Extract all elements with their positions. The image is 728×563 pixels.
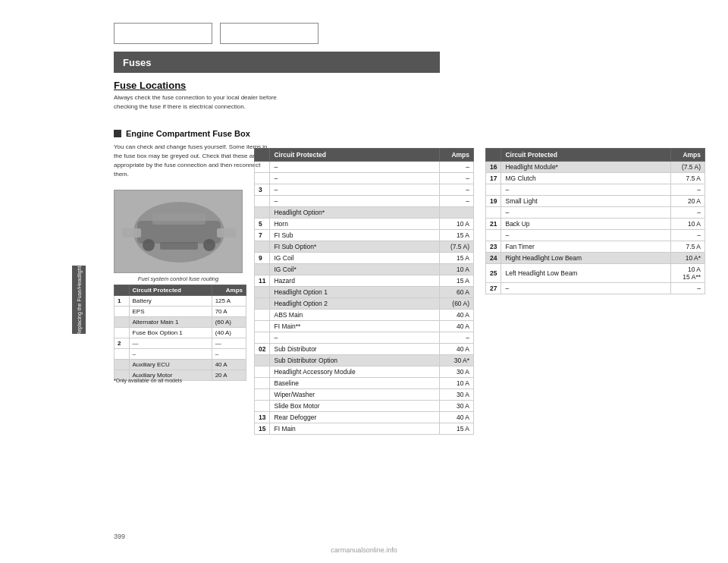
circuit-name: IG Coil*: [270, 264, 440, 275]
table-row: Fuse Box Option 1 (40 A): [115, 328, 246, 338]
fuses-header: Fuses: [114, 52, 440, 73]
circuit-name: Fuse Box Option 1: [129, 328, 212, 338]
table-row: – –: [486, 184, 705, 196]
amps-value: 30 A*: [440, 355, 474, 366]
table-row: – –: [486, 207, 705, 219]
engine-caption: Fuel system control fuse routing: [114, 275, 243, 282]
circuit-name: Right Headlight Low Beam: [501, 253, 671, 264]
row-number: 25: [486, 264, 501, 283]
amps-value: 7.5 A: [671, 173, 705, 184]
circuit-name: Sub Distributor Option: [270, 355, 440, 366]
table-row: 24 Right Headlight Low Beam 10 A*: [486, 253, 705, 264]
circuit-name: —: [129, 338, 212, 349]
row-number: 1: [115, 296, 130, 307]
amps-value: –: [440, 196, 474, 207]
table-row: 9 IG Coil 15 A: [255, 253, 474, 264]
svg-point-5: [143, 239, 155, 251]
row-number: [486, 207, 501, 219]
row-number: [115, 360, 130, 370]
row-number: 27: [486, 283, 501, 294]
row-number: 2: [115, 338, 130, 349]
right-table-header-num: [486, 149, 501, 162]
tab-2[interactable]: [220, 23, 318, 44]
row-number: [255, 241, 270, 253]
circuit-name: Headlight Option 2: [270, 298, 440, 310]
table-row: 11 Hazard 15 A: [255, 275, 474, 287]
table-row: FI Sub Option* (7.5 A): [255, 241, 474, 253]
page-container: Fuses Fuse Locations Always check the fu…: [0, 0, 728, 563]
fuse-locations-heading: Fuse Locations: [114, 80, 186, 91]
row-number: [255, 264, 270, 275]
table-row: 2 — —: [115, 338, 246, 349]
row-number: 17: [486, 173, 501, 184]
left-fuse-table: Circuit Protected Amps 1 Battery 125 A E…: [114, 285, 246, 381]
amps-value: 10 A: [440, 219, 474, 230]
table-row: – –: [255, 196, 474, 207]
row-number: [115, 328, 130, 338]
circuit-name: Fan Timer: [501, 241, 671, 253]
amps-value: 15 A: [440, 423, 474, 435]
circuit-name: Battery: [129, 296, 212, 307]
circuit-name: Slide Box Motor: [270, 401, 440, 412]
side-tab: Replacing the Fuse/Headlights: [72, 266, 86, 334]
main-table-header-num: [255, 149, 270, 162]
left-table-header-num: [115, 285, 130, 296]
circuit-name: Headlight Accessory Module: [270, 366, 440, 378]
amps-value: 70 A: [212, 307, 246, 317]
svg-point-6: [203, 239, 215, 251]
left-table-header-circuit: Circuit Protected: [129, 285, 212, 296]
circuit-name: Headlight Option*: [270, 207, 440, 219]
row-number: 15: [255, 423, 270, 435]
svg-rect-4: [160, 242, 198, 250]
table-row: Baseline 10 A: [255, 378, 474, 389]
left-description: Always check the fuse connection to your…: [114, 93, 277, 112]
circuit-name: Horn: [270, 219, 440, 230]
right-table-header-circuit: Circuit Protected: [501, 149, 671, 162]
table-row: 02 Sub Distributor 40 A: [255, 344, 474, 355]
amps-value: –: [440, 162, 474, 173]
fuses-title: Fuses: [123, 57, 152, 68]
amps-value: 10 A: [671, 219, 705, 230]
section-marker: [114, 130, 121, 137]
row-number: [115, 349, 130, 360]
amps-value: —: [212, 338, 246, 349]
row-number: 23: [486, 241, 501, 253]
main-table-container: Circuit Protected Amps – – – – 3 – – – –…: [254, 148, 474, 435]
amps-value: –: [671, 283, 705, 294]
circuit-name: –: [270, 184, 440, 196]
amps-value: (7.5 A): [671, 162, 705, 173]
table-row: IG Coil* 10 A: [255, 264, 474, 275]
row-number: 02: [255, 344, 270, 355]
row-number: [255, 355, 270, 366]
row-number: [255, 207, 270, 219]
table-row: – –: [486, 230, 705, 241]
amps-value: –: [440, 184, 474, 196]
circuit-name: FI Main**: [270, 321, 440, 332]
circuit-name: Left Headlight Low Beam: [501, 264, 671, 283]
circuit-name: MG Clutch: [501, 173, 671, 184]
engine-description: You can check and change fuses yourself.…: [114, 143, 277, 179]
right-table-container: Circuit Protected Amps 16 Headlight Modu…: [485, 148, 705, 294]
amps-value: 10 A: [440, 264, 474, 275]
amps-value: (40 A): [212, 328, 246, 338]
circuit-name: –: [270, 332, 440, 344]
engine-image-graphic: [115, 190, 242, 272]
tab-1[interactable]: [114, 23, 212, 44]
engine-image: [114, 190, 243, 273]
main-fuse-table: Circuit Protected Amps – – – – 3 – – – –…: [254, 148, 474, 435]
amps-value: 15 A: [440, 230, 474, 241]
amps-value: –: [440, 173, 474, 184]
footnote-left: *Only available on all models: [114, 378, 246, 383]
circuit-name: Hazard: [270, 275, 440, 287]
row-number: [255, 321, 270, 332]
row-number: [255, 298, 270, 310]
circuit-name: –: [270, 162, 440, 173]
circuit-name: FI Sub: [270, 230, 440, 241]
row-number: [255, 378, 270, 389]
row-number: 21: [486, 219, 501, 230]
table-row: Auxiliary ECU 40 A: [115, 360, 246, 370]
table-row: ABS Main 40 A: [255, 310, 474, 321]
table-row: Wiper/Washer 30 A: [255, 389, 474, 401]
table-row: 7 FI Sub 15 A: [255, 230, 474, 241]
circuit-name: Headlight Option 1: [270, 287, 440, 298]
